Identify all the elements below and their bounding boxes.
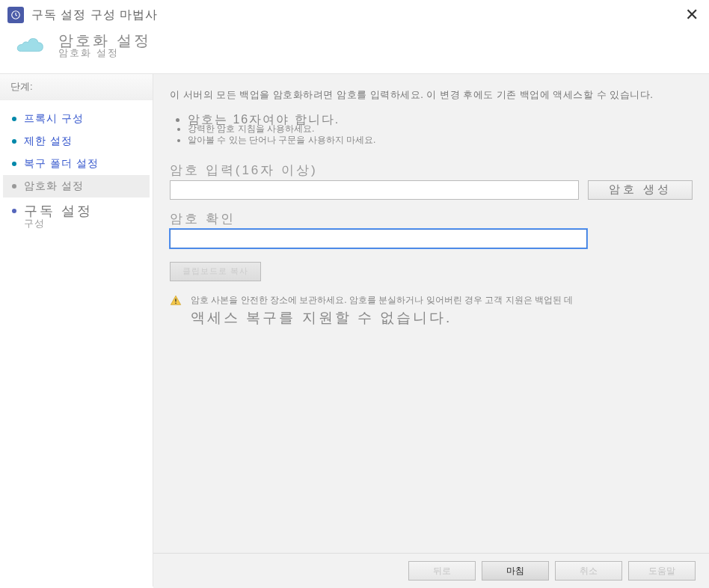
step-bullet-icon xyxy=(12,117,16,121)
wizard-footer: 뒤로 마침 취소 도움말 xyxy=(153,553,709,588)
help-button[interactable]: 도움말 xyxy=(628,561,696,581)
sidebar-item-label: 복구 폴더 설정 xyxy=(24,157,99,171)
sidebar-item-subscription[interactable]: 구독 설정 구성 xyxy=(3,197,150,235)
warning-block: 암호 사본을 안전한 장소에 보관하세요. 암호를 분실하거나 잊어버린 경우 … xyxy=(170,293,693,328)
svg-rect-1 xyxy=(175,298,176,301)
confirm-label: 암호 확인 xyxy=(170,210,693,227)
cloud-icon xyxy=(13,36,45,57)
page-subtitle: 암호화 설정 xyxy=(58,46,151,60)
cancel-button[interactable]: 취소 xyxy=(555,561,622,581)
back-button[interactable]: 뒤로 xyxy=(408,561,476,581)
warning-text: 암호 사본을 안전한 장소에 보관하세요. 암호를 분실하거나 잊어버린 경우 … xyxy=(191,293,573,307)
wizard-header: 암호화 설정 암호화 설정 xyxy=(0,30,709,73)
window-titlebar: 구독 설정 구성 마법사 ✕ xyxy=(0,0,709,30)
sidebar-item-label: 암호화 설정 xyxy=(24,180,84,193)
sidebar-item-label: 프록시 구성 xyxy=(24,112,84,126)
sidebar-item-sublabel: 구성 xyxy=(24,217,142,230)
step-bullet-icon xyxy=(12,184,16,189)
confirm-password-input[interactable] xyxy=(170,229,587,248)
step-bullet-icon xyxy=(12,139,16,144)
sidebar-item-label: 제한 설정 xyxy=(24,135,73,148)
rule-item: 알아볼 수 있는 단어나 구문을 사용하지 마세요. xyxy=(188,135,693,147)
steps-label: 단계: xyxy=(0,74,153,100)
finish-button[interactable]: 마침 xyxy=(482,561,549,581)
password-input[interactable] xyxy=(170,180,579,200)
sidebar-item-recovery-folder[interactable]: 복구 폴더 설정 xyxy=(3,153,150,175)
intro-text: 이 서버의 모든 백업을 암호화하려면 암호를 입력하세요. 이 변경 후에도 … xyxy=(170,88,693,103)
warning-icon xyxy=(170,295,182,307)
sidebar-item-encryption[interactable]: 암호화 설정 xyxy=(3,175,150,197)
generate-password-button[interactable]: 암호 생성 xyxy=(588,180,693,200)
copy-clipboard-button: 클립보드로 복사 xyxy=(170,262,261,281)
window-title: 구독 설정 구성 마법사 xyxy=(31,7,679,23)
rule-item: 강력한 암호 지침을 사용하세요. xyxy=(188,123,693,135)
steps-sidebar: 단계: 프록시 구성 제한 설정 복구 폴더 설정 암호화 설정 구독 설정 xyxy=(0,74,153,587)
sidebar-item-limit[interactable]: 제한 설정 xyxy=(3,130,150,153)
page-title: 암호화 설정 xyxy=(58,33,151,48)
warning-text-emphasis: 액세스 복구를 지원할 수 없습니다. xyxy=(191,308,573,328)
password-label: 암호 입력(16자 이상) xyxy=(170,162,693,179)
app-icon xyxy=(7,7,24,23)
wizard-content: 이 서버의 모든 백업을 암호화하려면 암호를 입력하세요. 이 변경 후에도 … xyxy=(153,74,709,587)
step-bullet-icon xyxy=(12,162,16,166)
password-rules: 암호는 16자여야 합니다. 강력한 암호 지침을 사용하세요. 알아볼 수 있… xyxy=(188,112,693,147)
step-bullet-icon xyxy=(12,209,16,213)
svg-rect-2 xyxy=(175,302,176,303)
sidebar-item-proxy[interactable]: 프록시 구성 xyxy=(3,108,150,130)
close-icon[interactable]: ✕ xyxy=(679,5,702,25)
